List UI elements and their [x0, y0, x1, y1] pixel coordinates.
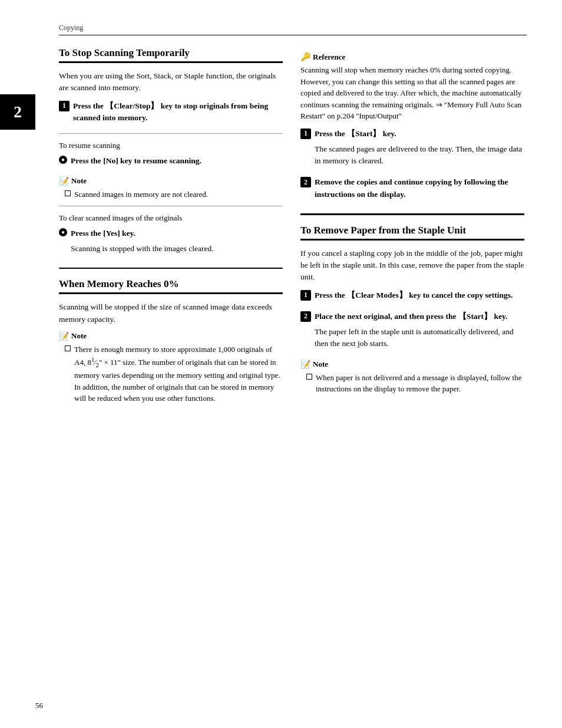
- reference-icon: 🔑: [300, 52, 310, 62]
- step-start-key-text: Press the 【Start】 key.: [315, 128, 524, 140]
- note-1: 📝 Note Scanned images in memory are not …: [59, 176, 283, 200]
- note-icon-2: 📝: [59, 331, 69, 341]
- note-1-title: 📝 Note: [59, 176, 283, 186]
- divider-3: [59, 268, 283, 269]
- resume-label: To resume scanning: [59, 140, 283, 151]
- note-icon-1: 📝: [59, 176, 69, 186]
- step-num-bullet-2: ●: [59, 228, 67, 236]
- note-3: 📝 Note When paper is not delivered and a…: [300, 360, 524, 395]
- step-remove-copies: 2 Remove the copies and continue copying…: [300, 176, 524, 204]
- section-stop-scanning-intro: When you are using the Sort, Stack, or S…: [59, 70, 283, 94]
- note-3-item-1: When paper is not delivered and a messag…: [306, 372, 524, 395]
- note-3-title: 📝 Note: [300, 360, 524, 370]
- step-clear-stop: 1 Press the 【Clear/Stop】 key to stop ori…: [59, 100, 283, 128]
- step-yes-key-content: Press the [Yes] key. Scanning is stopped…: [71, 228, 283, 259]
- step-clear-stop-text: Press the 【Clear/Stop】 key to stop origi…: [73, 100, 283, 124]
- step-num-start: 1: [300, 129, 311, 139]
- step-start-key-content: Press the 【Start】 key. The scanned pages…: [315, 128, 524, 171]
- step-clear-modes-text: Press the 【Clear Modes】 key to cancel th…: [315, 289, 524, 301]
- step-no-key: ● Press the [No] key to resume scanning.: [59, 155, 283, 170]
- step-num-1: 1: [59, 101, 70, 111]
- step-remove-copies-content: Remove the copies and continue copying b…: [315, 176, 524, 204]
- checkbox-3: [306, 374, 312, 380]
- step-place-original-body: The paper left in the staple unit is aut…: [315, 326, 524, 350]
- section-staple-intro: If you cancel a stapling copy job in the…: [300, 248, 524, 284]
- step-start-key: 1 Press the 【Start】 key. The scanned pag…: [300, 128, 524, 171]
- section-staple-title: To Remove Paper from the Staple Unit: [300, 225, 524, 241]
- note-icon-3: 📝: [300, 360, 310, 370]
- section-stop-scanning-title: To Stop Scanning Temporarily: [59, 47, 283, 63]
- step-num-place: 2: [300, 311, 311, 322]
- clear-label: To clear scanned images of the originals: [59, 212, 283, 224]
- step-num-bullet-1: ●: [59, 156, 67, 164]
- section-memory-title: When Memory Reaches 0%: [59, 278, 283, 294]
- step-place-original-content: Place the next original, and then press …: [315, 311, 524, 354]
- section-staple: To Remove Paper from the Staple Unit If …: [300, 225, 524, 395]
- step-clear-modes: 1 Press the 【Clear Modes】 key to cancel …: [300, 289, 524, 305]
- step-no-key-content: Press the [No] key to resume scanning.: [71, 155, 283, 170]
- note-1-item-1: Scanned images in memory are not cleared…: [65, 189, 283, 200]
- step-clear-modes-content: Press the 【Clear Modes】 key to cancel th…: [315, 289, 524, 305]
- step-yes-key-body: Scanning is stopped with the images clea…: [71, 243, 283, 255]
- step-clear-stop-content: Press the 【Clear/Stop】 key to stop origi…: [73, 100, 283, 128]
- reference-title: 🔑 Reference: [300, 52, 524, 62]
- note-2: 📝 Note There is enough memory to store a…: [59, 331, 283, 404]
- step-no-key-text: Press the [No] key to resume scanning.: [71, 155, 283, 167]
- step-num-clear-modes: 1: [300, 290, 311, 301]
- step-place-original-text: Place the next original, and then press …: [315, 311, 524, 322]
- step-yes-key-text: Press the [Yes] key.: [71, 228, 283, 239]
- right-column: 🔑 Reference Scanning will stop when memo…: [300, 47, 524, 410]
- checkbox-2: [65, 345, 71, 351]
- chapter-tab: 2: [0, 94, 35, 130]
- step-remove-copies-text: Remove the copies and continue copying b…: [315, 176, 524, 200]
- note-2-text: There is enough memory to store approxim…: [74, 344, 283, 404]
- left-column: To Stop Scanning Temporarily When you ar…: [59, 47, 283, 410]
- section-memory-intro: Scanning will be stopped if the size of …: [59, 301, 283, 325]
- two-column-layout: To Stop Scanning Temporarily When you ar…: [59, 47, 527, 410]
- divider-2: [59, 206, 283, 206]
- divider-4: [300, 213, 524, 215]
- step-num-remove: 2: [300, 177, 311, 187]
- divider-1: [59, 133, 283, 134]
- section-memory: When Memory Reaches 0% Scanning will be …: [59, 278, 283, 404]
- step-yes-key: ● Press the [Yes] key. Scanning is stopp…: [59, 228, 283, 259]
- step-start-key-body: The scanned pages are delivered to the t…: [315, 143, 524, 167]
- page-number: 56: [35, 701, 43, 710]
- note-2-title: 📝 Note: [59, 331, 283, 341]
- page: Copying 2 To Stop Scanning Temporarily W…: [0, 0, 562, 728]
- checkbox-1: [65, 190, 71, 196]
- breadcrumb: Copying: [59, 24, 527, 35]
- reference-section: 🔑 Reference Scanning will stop when memo…: [300, 52, 524, 122]
- reference-body: Scanning will stop when memory reaches 0…: [300, 64, 524, 122]
- step-place-original: 2 Place the next original, and then pres…: [300, 311, 524, 354]
- note-2-item-1: There is enough memory to store approxim…: [65, 344, 283, 404]
- section-stop-scanning: To Stop Scanning Temporarily When you ar…: [59, 47, 283, 258]
